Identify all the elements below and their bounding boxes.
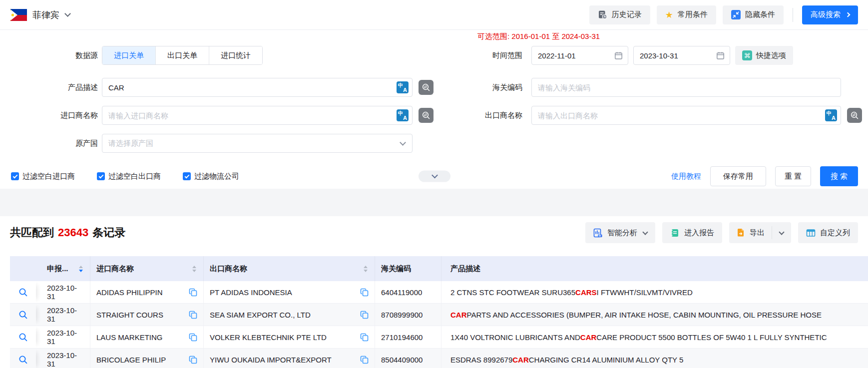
- row-detail-search-icon[interactable]: [10, 349, 36, 368]
- translate-icon[interactable]: 中A: [397, 109, 409, 121]
- sort-control[interactable]: [191, 265, 197, 273]
- calendar-icon: [614, 51, 623, 60]
- sort-desc-icon: [79, 270, 83, 272]
- copy-icon[interactable]: [185, 356, 197, 364]
- tab-export-declarations[interactable]: 出口关单: [155, 46, 209, 64]
- sort-desc-icon: [192, 270, 196, 272]
- sort-control[interactable]: [363, 265, 369, 273]
- table-body: 2023-10-31ADIDAS PHILIPPINPT ADIDAS INDO…: [10, 281, 868, 368]
- copy-icon[interactable]: [356, 356, 369, 364]
- filter-label: 过滤空白进口商: [22, 172, 75, 181]
- tutorial-link[interactable]: 使用教程: [671, 172, 701, 181]
- enter-report-button[interactable]: 进入报告: [662, 222, 722, 243]
- row-detail-search-icon[interactable]: [10, 326, 36, 348]
- search-button[interactable]: 搜 索: [820, 166, 858, 186]
- origin-country-select[interactable]: 请选择原产国: [102, 134, 413, 153]
- philippines-flag-icon: [10, 9, 27, 21]
- cell-hs-code: 8708999900: [375, 304, 441, 326]
- importer-input[interactable]: [102, 106, 413, 125]
- country-selector[interactable]: 菲律宾: [10, 9, 70, 21]
- cell-exporter: SEA SIAM EXPORT CO., LTD: [204, 304, 375, 326]
- chevron-down-icon: [642, 229, 648, 235]
- start-date-input[interactable]: 2022-11-01: [531, 46, 628, 65]
- copy-icon[interactable]: [356, 311, 369, 319]
- translate-icon[interactable]: 中A: [825, 109, 837, 121]
- row-detail-search-icon[interactable]: [10, 304, 36, 326]
- origin-country-label: 原产国: [10, 139, 98, 148]
- chevron-down-icon: [432, 172, 438, 179]
- exporter-input[interactable]: [531, 106, 841, 125]
- cell-importer: LAUS MARKETING: [90, 326, 204, 348]
- translate-icon[interactable]: 中A: [397, 81, 409, 93]
- table-row: 2023-10-31LAUS MARKETINGVOLKER KLEBTECHN…: [10, 326, 868, 349]
- enter-report-label: 进入报告: [684, 228, 714, 238]
- save-conditions-button[interactable]: 保存常用: [710, 166, 766, 186]
- origin-placeholder: 请选择原产国: [108, 139, 153, 148]
- synonym-search-icon[interactable]: [419, 80, 434, 95]
- row-detail-search-icon[interactable]: [10, 281, 36, 303]
- sort-control[interactable]: [78, 265, 84, 273]
- sort-desc-icon: [364, 270, 368, 272]
- report-icon: [670, 228, 680, 238]
- results-summary: 共匹配到 23643 条记录: [10, 225, 125, 240]
- smart-analysis-button[interactable]: BI 智能分析: [585, 222, 655, 243]
- cell-declare-date: 2023-10-31: [36, 349, 90, 368]
- synonym-search-icon[interactable]: [419, 108, 434, 123]
- custom-columns-button[interactable]: 自定义列: [798, 222, 858, 243]
- cell-hs-code: 8504409000: [375, 349, 441, 368]
- tab-import-declarations[interactable]: 进口关单: [102, 46, 155, 64]
- end-date-input[interactable]: 2023-10-31: [633, 46, 730, 65]
- date-range-hint: 可选范围: 2016-01-01 至 2024-03-31: [477, 32, 600, 41]
- cell-exporter: VOLKER KLEBTECHNIK PTE LTD: [204, 326, 375, 348]
- reset-button[interactable]: 重 置: [775, 166, 811, 186]
- time-range-label: 时间范围: [454, 51, 522, 60]
- advanced-search-button[interactable]: 高级搜索: [802, 5, 858, 24]
- cell-declare-date: 2023-10-31: [36, 304, 90, 326]
- history-icon: [598, 10, 607, 19]
- history-button[interactable]: 历史记录: [589, 5, 650, 24]
- export-dropdown-button[interactable]: [772, 222, 791, 243]
- header-label: 出口商名称: [210, 264, 247, 274]
- start-date-value: 2022-11-01: [538, 51, 576, 60]
- quick-options-button[interactable]: ⌘ 快捷选项: [735, 46, 793, 65]
- copy-icon[interactable]: [185, 288, 197, 297]
- header-label: 申报...: [47, 264, 68, 274]
- star-icon: ★: [665, 10, 673, 19]
- calendar-icon: [716, 51, 725, 60]
- checkbox-checked-icon: [183, 172, 191, 180]
- country-name: 菲律宾: [32, 9, 59, 21]
- table-row: 2023-10-31STRAIGHT COURSSEA SIAM EXPORT …: [10, 304, 868, 326]
- chevron-down-icon: [64, 10, 71, 17]
- chevron-down-icon: [400, 139, 406, 146]
- copy-icon[interactable]: [356, 333, 369, 342]
- results-section: 共匹配到 23643 条记录 BI 智能分析: [0, 216, 868, 368]
- filter-blank-exporter-checkbox[interactable]: 过滤空白出口商: [97, 172, 161, 181]
- history-label: 历史记录: [612, 10, 642, 19]
- command-icon: ⌘: [742, 50, 752, 60]
- export-button[interactable]: 导出: [729, 222, 791, 243]
- copy-icon[interactable]: [185, 333, 197, 342]
- hide-conditions-button[interactable]: 隐藏条件: [723, 5, 784, 24]
- filter-blank-importer-checkbox[interactable]: 过滤空白进口商: [11, 172, 75, 181]
- copy-icon[interactable]: [356, 288, 369, 297]
- filter-label: 过滤物流公司: [194, 172, 239, 181]
- divider: [793, 8, 793, 22]
- summary-suffix: 条记录: [92, 225, 125, 240]
- tab-import-statistics[interactable]: 进口统计: [209, 46, 262, 64]
- synonym-search-icon[interactable]: [847, 108, 862, 123]
- end-date-value: 2023-10-31: [640, 51, 678, 60]
- hs-code-input[interactable]: [531, 78, 841, 97]
- copy-icon[interactable]: [185, 311, 197, 319]
- exporter-label: 出口商名称: [454, 111, 522, 120]
- product-desc-input[interactable]: [102, 78, 413, 97]
- filter-logistics-checkbox[interactable]: 过滤物流公司: [183, 172, 239, 181]
- sort-asc-icon: [192, 266, 196, 268]
- favorites-button[interactable]: ★ 常用条件: [657, 5, 716, 24]
- collapse-form-button[interactable]: [419, 171, 450, 182]
- summary-prefix: 共匹配到: [10, 225, 54, 240]
- header-label: 进口商名称: [96, 264, 134, 274]
- results-count: 23643: [58, 226, 88, 239]
- cell-declare-date: 2023-10-31: [36, 281, 90, 303]
- datasource-label: 数据源: [10, 51, 98, 60]
- cell-importer: BRICOLAGE PHILIP: [90, 349, 204, 368]
